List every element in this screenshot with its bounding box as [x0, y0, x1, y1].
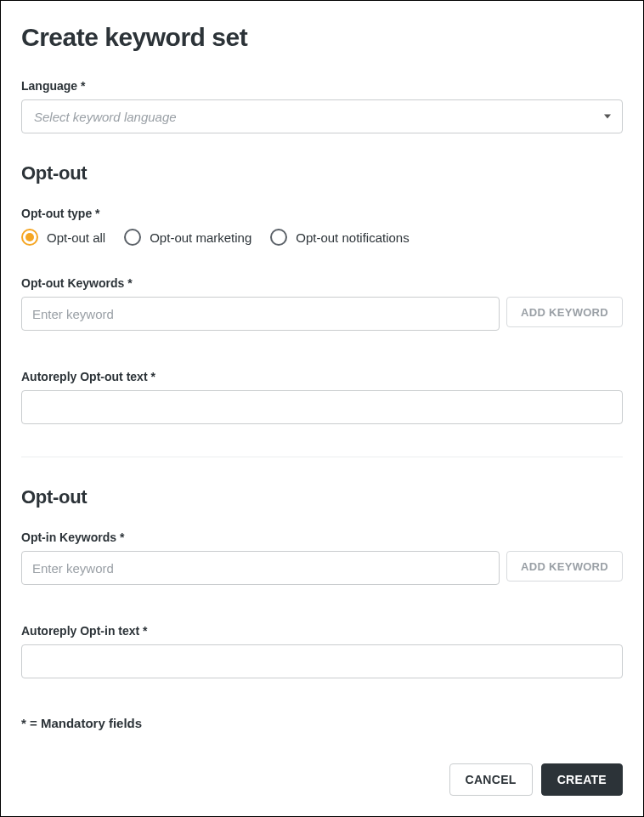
optout-add-keyword-button[interactable]: ADD KEYWORD	[506, 297, 623, 327]
dialog-title: Create keyword set	[21, 23, 623, 52]
optin-autoreply-label: Autoreply Opt-in text *	[21, 624, 623, 638]
create-button[interactable]: CREATE	[541, 763, 623, 796]
optout-autoreply-label: Autoreply Opt-out text *	[21, 370, 623, 383]
optout-keywords-label: Opt-out Keywords *	[21, 276, 623, 290]
create-keyword-set-dialog: Create keyword set Language * Select key…	[0, 0, 644, 817]
radio-icon	[21, 229, 38, 246]
optin-add-keyword-button[interactable]: ADD KEYWORD	[506, 551, 623, 582]
optin-autoreply-input[interactable]	[21, 644, 623, 678]
optout-autoreply-input[interactable]	[21, 390, 623, 424]
language-select-placeholder: Select keyword language	[21, 99, 623, 133]
section-divider	[21, 457, 623, 457]
radio-optout-all[interactable]: Opt-out all	[21, 229, 105, 246]
optout-type-radio-group: Opt-out all Opt-out marketing Opt-out no…	[21, 229, 623, 246]
radio-optout-notifications[interactable]: Opt-out notifications	[270, 229, 409, 246]
radio-label: Opt-out notifications	[296, 230, 409, 245]
optin-keywords-label: Opt-in Keywords *	[21, 530, 623, 544]
radio-icon	[270, 229, 287, 246]
mandatory-note: * = Mandatory fields	[21, 716, 623, 730]
radio-optout-marketing[interactable]: Opt-out marketing	[124, 229, 251, 246]
optin-keyword-input[interactable]	[21, 551, 500, 585]
dialog-footer: CANCEL CREATE	[449, 763, 623, 796]
optout-type-label: Opt-out type *	[21, 207, 623, 220]
radio-label: Opt-out marketing	[150, 230, 251, 245]
radio-label: Opt-out all	[47, 230, 105, 245]
language-select[interactable]: Select keyword language	[21, 99, 623, 133]
optout-heading: Opt-out	[21, 162, 623, 184]
language-label: Language *	[21, 79, 623, 93]
optin-heading: Opt-out	[21, 486, 623, 508]
radio-icon	[124, 229, 141, 246]
cancel-button[interactable]: CANCEL	[449, 763, 533, 796]
optout-keyword-input[interactable]	[21, 297, 500, 331]
